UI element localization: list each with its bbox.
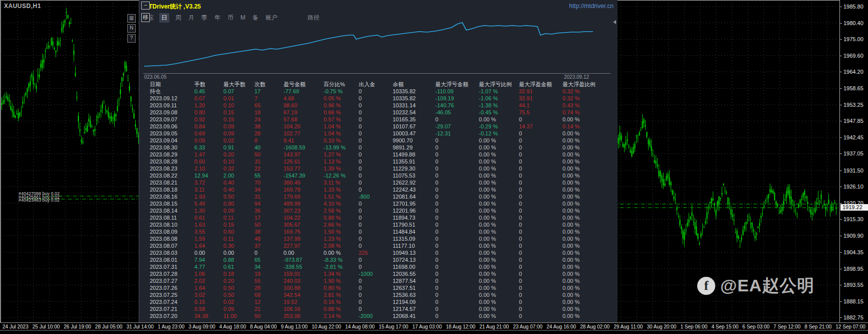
cell-max-float-loss: 0 — [435, 228, 438, 235]
cell-lots: 3.02 — [194, 291, 205, 298]
header-max-float-loss: 最大浮亏金额 — [435, 81, 468, 88]
chart-indicator-button[interactable]: ▥ — [127, 14, 136, 23]
price-tick — [840, 269, 842, 269]
cell-max-float-profit: 0 — [519, 312, 522, 319]
cell-percent: 0.57 % — [324, 116, 341, 123]
header-max-lots: 最大手数 — [223, 81, 245, 88]
cell-max-lots: 0.11 — [223, 214, 234, 221]
cell-max-float-profit-pct: 0.00 % — [562, 144, 580, 151]
cell-max-float-loss-pct: -1.06 % — [479, 95, 498, 102]
cell-max-lots: 0.61 — [223, 263, 234, 270]
facebook-icon: f — [697, 277, 715, 295]
cell-in-out: 0 — [359, 277, 362, 284]
cell-percent: 0.66 % — [324, 109, 341, 116]
cell-balance: 11355.91 — [393, 158, 415, 165]
cell-max-float-profit-pct: 0.00 % — [562, 200, 580, 207]
cell-max-float-loss: 0 — [435, 284, 438, 291]
cell-max-float-profit: 75.5 — [519, 109, 529, 116]
cell-date: 2023.08.07 — [150, 242, 177, 249]
cell-max-float-profit-pct: 0.00 % — [562, 179, 580, 186]
price-tick — [840, 236, 842, 236]
cell-count: 21 — [254, 305, 260, 312]
chart-n-button[interactable]: N — [127, 24, 136, 33]
price-axis-label: 1898.95 — [843, 266, 863, 272]
time-axis: 24 Jul 202325 Jul 10:0026 Jul 19:0028 Ju… — [0, 322, 868, 330]
table-row: 2023.09.111.200.106598.600.96 %010331.14… — [139, 102, 618, 109]
price-tick — [840, 219, 842, 220]
cell-max-float-loss: 0 — [435, 137, 438, 144]
cell-count: 31 — [254, 193, 260, 200]
cell-max-float-loss: 0 — [435, 214, 438, 221]
cell-percent: 0.10 % — [324, 137, 341, 144]
cell-count: 50 — [254, 221, 260, 228]
cell-date: 2023.07.25 — [150, 291, 177, 298]
time-axis-label: 30 Aug 20:00 — [647, 324, 676, 329]
panel-move-button[interactable]: 移 — [141, 13, 150, 22]
cell-max-float-loss: 0 — [435, 277, 438, 284]
cell-max-float-loss: -110.09 — [435, 88, 454, 95]
time-axis-label: 28 Aug 02:00 — [580, 324, 610, 329]
time-axis-label: 1 Sep 06:00 — [680, 324, 707, 329]
cell-in-out: 0 — [359, 137, 362, 144]
table-row: 2023.07.314.770.6134-338.55-2.81 %011698… — [139, 263, 618, 270]
cell-max-float-loss: 0 — [435, 256, 438, 263]
cell-max-float-profit: 0 — [519, 235, 522, 242]
cell-max-float-loss-pct: 0.00 % — [479, 207, 496, 214]
cell-max-lots: 0.60 — [223, 228, 234, 235]
cell-count: 31 — [254, 158, 260, 165]
cell-percent: 0.96 % — [324, 102, 341, 109]
cell-balance: 12701.95 — [393, 200, 416, 207]
cell-balance: 11894.73 — [393, 214, 415, 221]
cell-profit: 153.77 — [283, 165, 301, 172]
cell-lots: 3.55 — [194, 228, 205, 235]
cell-max-lots: 0.80 — [223, 200, 234, 207]
table-row: 2023.08.155.490.8094499.994.10 %012701.9… — [139, 200, 618, 207]
cell-max-lots: 0.30 — [223, 242, 234, 249]
cell-max-float-loss: 0 — [435, 207, 438, 214]
cell-in-out: 0 — [359, 88, 362, 95]
cell-profit: -77.69 — [283, 88, 299, 95]
header-max-float-profit-pct: 最大浮盈比例 — [562, 81, 596, 88]
cell-date: 2023.09.04 — [150, 137, 177, 144]
cell-count: 22 — [254, 165, 260, 172]
cell-profit: 104.20 — [283, 123, 301, 130]
time-axis-label: 24 Aug 16:00 — [546, 324, 576, 329]
cell-max-lots: 0.10 — [223, 102, 234, 109]
price-axis-label: 1942.45 — [843, 134, 863, 140]
time-axis-label: 9 Aug 13:00 — [281, 324, 308, 329]
cell-balance: 12036.55 — [393, 270, 416, 277]
cell-lots: 0.09 — [194, 137, 205, 144]
cell-profit: 57.68 — [283, 116, 298, 123]
cell-date: 2023.07.27 — [150, 277, 177, 284]
price-tick — [840, 105, 842, 105]
cell-profit: 143.97 — [283, 151, 301, 158]
cell-percent: 1.27 % — [324, 151, 341, 158]
cell-max-float-profit: 0 — [519, 270, 522, 277]
cell-percent: 1.34 % — [324, 270, 341, 277]
cell-percent: 1.23 % — [324, 235, 341, 242]
cell-max-float-profit: 0 — [519, 158, 522, 165]
cell-date: 2023.07.21 — [150, 305, 177, 312]
cell-max-float-profit: 0 — [519, 193, 522, 200]
price-tick — [840, 121, 842, 121]
cell-lots: 1.64 — [194, 284, 205, 291]
cell-max-float-profit: 0 — [519, 144, 522, 151]
panel-minimize-button[interactable]: – — [141, 2, 150, 10]
cell-in-out: 0 — [359, 263, 362, 270]
cell-profit: 499.99 — [283, 200, 301, 207]
cell-max-float-loss-pct: 0.00 % — [479, 214, 496, 221]
cell-max-float-loss: 0 — [435, 116, 438, 123]
cell-max-float-profit: 0 — [519, 137, 522, 144]
cell-max-float-profit-pct: 0.32 % — [562, 95, 580, 102]
cell-profit: 102.77 — [283, 130, 301, 137]
cell-in-out: 0 — [359, 144, 362, 151]
cell-max-lots: 0.20 — [223, 277, 234, 284]
cell-in-out: 0 — [359, 207, 362, 214]
cell-balance: 10107.67 — [393, 123, 416, 130]
chart-help-button[interactable]: ? — [127, 34, 136, 43]
cell-max-float-loss: 0 — [435, 186, 438, 193]
cell-date: 2023.08.03 — [150, 249, 177, 256]
cell-max-lots: 0.02 — [223, 137, 234, 144]
cell-percent: -13.99 % — [324, 144, 346, 151]
cell-max-float-loss-pct: 0.00 % — [479, 151, 496, 158]
